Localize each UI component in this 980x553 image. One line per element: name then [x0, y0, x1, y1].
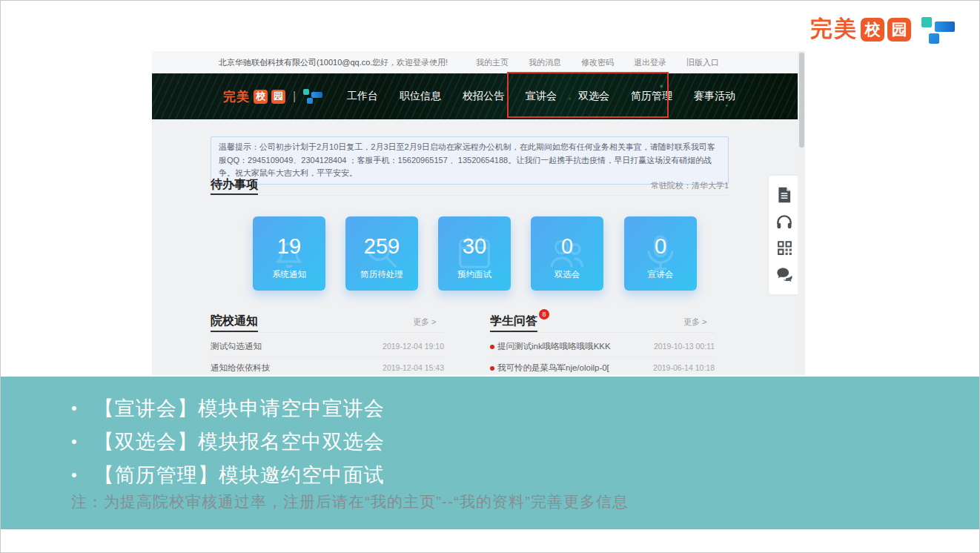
stat-value: 0 — [531, 234, 603, 259]
navbar-logo-box2: 园 — [271, 90, 285, 104]
navbar-logo[interactable]: 完美 校 园 | — [223, 88, 322, 105]
stat-value: 259 — [345, 234, 418, 259]
navbar-logo-divider: | — [293, 90, 296, 103]
qa-header-divider — [490, 332, 715, 333]
scrollbar-thumb[interactable] — [799, 53, 804, 148]
bullet-text: 【宣讲会】模块申请空中宣讲会 — [94, 395, 385, 422]
topbar-links: 我的主页 我的消息 修改密码 退出登录 旧版入口 — [476, 57, 719, 68]
notice-item-date: 2019-12-04 15:43 — [383, 363, 444, 372]
stat-card-infosession[interactable]: 0 宣讲会 — [624, 216, 697, 291]
notice-banner: 温馨提示：公司初步计划于2月10日复工，2月3日至2月9日启动在家远程办公机制，… — [211, 136, 729, 185]
unread-dot-icon — [490, 366, 494, 371]
stat-value: 30 — [438, 234, 511, 259]
qa-item-date: 2019-06-14 10:18 — [653, 363, 715, 372]
notices-more-link[interactable]: 更多 > — [413, 317, 436, 328]
qa-more-link[interactable]: 更多 > — [683, 317, 706, 328]
nav-item-contest[interactable]: 赛事活动 — [694, 90, 735, 103]
brand-blocks-icon — [921, 16, 956, 44]
qa-item-text-wrap: 提问测试ink哦咯哦咯哦哦KKK — [490, 341, 611, 352]
main-navbar: 完美 校 园 | 工作台 职位信息 校招公告 宣讲会 双选会 简历管理 赛事活动 — [152, 73, 805, 119]
headphones-icon[interactable] — [775, 212, 794, 231]
todo-header-divider — [211, 195, 729, 196]
navbar-logo-box1: 校 — [254, 90, 268, 104]
stat-card-jobfair[interactable]: 0 双选会 — [531, 216, 603, 291]
qa-item-text: 提问测试ink哦咯哦咯哦哦KKK — [497, 342, 611, 351]
document-icon[interactable] — [775, 185, 794, 205]
stat-label: 双选会 — [531, 269, 603, 280]
link-my-homepage[interactable]: 我的主页 — [476, 57, 509, 68]
bullet-dot: • — [71, 428, 78, 455]
welcome-text: 您好，欢迎登录使用! — [372, 57, 448, 68]
notice-item-text: 通知给依依科技 — [211, 362, 271, 374]
link-old-version[interactable]: 旧版入口 — [686, 57, 719, 68]
stat-card-interviews[interactable]: 30 预约面试 — [438, 216, 511, 291]
qa-unread-badge: 8 — [539, 309, 549, 319]
banner-bullet-3: • 【简历管理】模块邀约空中面试 — [71, 462, 385, 489]
company-account-text: 北京华驰联创科技有限公司(10010@qq.co... — [219, 57, 377, 68]
nav-item-announce[interactable]: 校招公告 — [463, 90, 504, 103]
notice-list-item[interactable]: 通知给依依科技 2019-12-04 15:43 — [211, 357, 444, 375]
link-logout[interactable]: 退出登录 — [634, 57, 666, 68]
stat-value: 0 — [624, 234, 697, 259]
stat-label: 系统通知 — [253, 269, 325, 280]
qa-item-text: 我可怜的是菜鸟军nje/oloilp-0[ — [497, 363, 609, 372]
chat-icon[interactable] — [775, 265, 795, 285]
app-screenshot: 北京华驰联创科技有限公司(10010@qq.co... 您好，欢迎登录使用! 我… — [152, 51, 805, 375]
resident-school-label: 常驻院校：清华大学1 — [651, 180, 729, 191]
side-tool-strip — [769, 176, 800, 294]
stat-value: 19 — [253, 234, 325, 259]
banner-note: 注：为提高院校审核通过率，注册后请在“我的主页”--“我的资料”完善更多信息 — [71, 491, 629, 512]
link-my-messages[interactable]: 我的消息 — [529, 57, 561, 68]
banner-bullet-2: • 【双选会】模块报名空中双选会 — [71, 428, 385, 455]
banner-bullet-1: • 【宣讲会】模块申请空中宣讲会 — [71, 395, 385, 422]
brand-wordmark-box1: 校 — [861, 18, 884, 42]
todo-section-title: 待办事项 — [211, 177, 258, 193]
navbar-logo-text: 完美 — [223, 88, 250, 105]
stat-label: 简历待处理 — [345, 269, 418, 280]
bullet-text: 【简历管理】模块邀约空中面试 — [94, 462, 385, 489]
nav-item-workbench[interactable]: 工作台 — [347, 90, 378, 103]
qa-section-title: 学生问答 — [490, 314, 537, 329]
bullet-text: 【双选会】模块报名空中双选会 — [94, 428, 385, 455]
qa-list-item[interactable]: 提问测试ink哦咯哦咯哦哦KKK 2019-10-13 00:11 — [490, 336, 715, 357]
slide-canvas: 完美 校 园 北京华驰联创科技有限公司(10010@qq.co... 您好，欢迎… — [0, 0, 980, 553]
brand-wordmark-box2: 园 — [887, 18, 911, 42]
stat-card-system-notices[interactable]: 19 系统通知 — [253, 216, 325, 291]
link-change-password[interactable]: 修改密码 — [581, 57, 614, 68]
stat-card-resumes-pending[interactable]: 259 简历待处理 — [345, 216, 418, 291]
notices-section-title: 院校通知 — [211, 314, 258, 329]
navbar-blocks-icon — [303, 88, 322, 105]
stat-label: 宣讲会 — [624, 269, 697, 280]
notices-header-divider — [211, 332, 444, 333]
unread-dot-icon — [490, 345, 494, 349]
scrollbar-track[interactable] — [798, 51, 805, 375]
notice-list-item[interactable]: 测试勾选通知 2019-12-04 19:10 — [211, 336, 444, 357]
app-topbar: 北京华驰联创科技有限公司(10010@qq.co... 您好，欢迎登录使用! 我… — [152, 51, 805, 73]
nav-item-jobs[interactable]: 职位信息 — [400, 90, 441, 103]
brand-logo: 完美 校 园 — [810, 14, 956, 44]
stat-label: 预约面试 — [438, 269, 511, 280]
brand-wordmark: 完美 校 园 — [810, 14, 911, 44]
highlight-red-box — [507, 72, 669, 118]
qa-item-date: 2019-10-13 00:11 — [654, 342, 715, 351]
notice-item-text: 测试勾选通知 — [211, 341, 262, 352]
notice-item-date: 2019-12-04 19:10 — [383, 342, 444, 351]
qa-list-item[interactable]: 我可怜的是菜鸟军nje/oloilp-0[ 2019-06-14 10:18 — [490, 357, 715, 375]
bullet-dot: • — [71, 462, 78, 489]
qrcode-icon[interactable] — [775, 239, 794, 257]
qa-item-text-wrap: 我可怜的是菜鸟军nje/oloilp-0[ — [490, 362, 609, 374]
brand-wordmark-text: 完美 — [810, 14, 858, 44]
bullet-dot: • — [71, 395, 78, 422]
